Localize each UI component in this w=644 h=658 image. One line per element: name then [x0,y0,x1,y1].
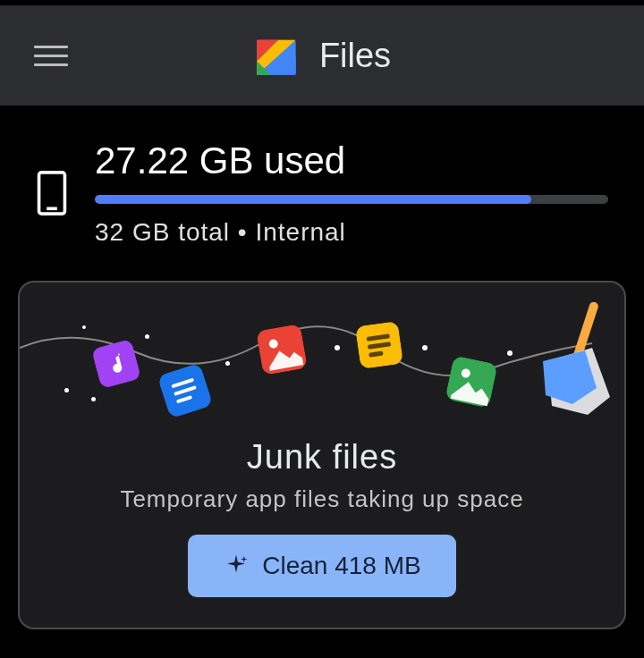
junk-illustration [20,299,624,433]
sparkle-icon [223,553,250,579]
card-subtitle: Temporary app files taking up space [20,485,624,513]
image-icon [256,324,308,375]
clean-button[interactable]: Clean 418 MB [188,535,456,597]
storage-progress-bar [95,195,608,204]
app-title-container: Files [34,32,610,79]
storage-summary: 27.22 GB used 32 GB total • Internal [0,105,644,265]
storage-total-label: 32 GB total • Internal [95,218,608,247]
note-icon [355,321,403,369]
files-app-icon [253,32,300,79]
app-title: Files [319,37,391,75]
broom-icon [503,299,626,433]
junk-files-card: Junk files Temporary app files taking up… [18,281,626,629]
image-green-icon [445,355,497,408]
storage-used-label: 27.22 GB used [95,139,608,182]
storage-progress-fill [95,195,531,204]
clean-button-label: Clean 418 MB [262,552,420,580]
app-bar: Files [0,5,644,105]
phone-icon [36,170,68,216]
card-title: Junk files [20,438,624,477]
